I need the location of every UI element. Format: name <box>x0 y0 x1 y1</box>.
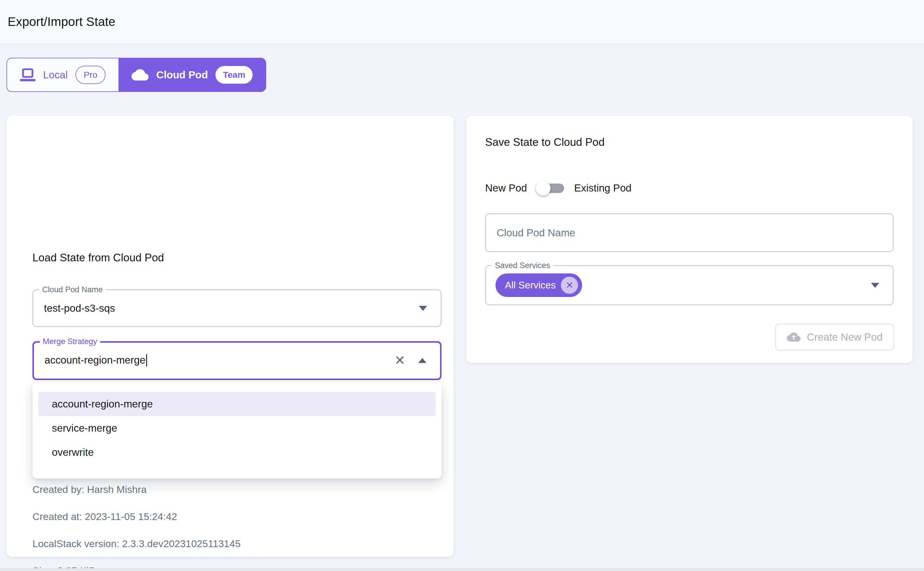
saved-services-select[interactable]: Saved Services All Services ✕ <box>485 265 894 305</box>
create-new-pod-label: Create New Pod <box>807 331 883 343</box>
chevron-down-icon[interactable] <box>419 306 427 311</box>
page-header: Export/Import State <box>0 0 924 44</box>
meta-created-by: Created by: Harsh Mishra <box>32 484 147 495</box>
chevron-up-icon[interactable] <box>418 358 426 363</box>
save-pod-name-placeholder: Cloud Pod Name <box>497 227 575 239</box>
cloud-pod-name-value: test-pod-s3-sqs <box>44 302 115 314</box>
pro-badge: Pro <box>76 66 106 84</box>
load-card-title: Load State from Cloud Pod <box>32 252 164 264</box>
all-services-chip: All Services ✕ <box>496 273 582 297</box>
cloud-pod-name-label: Cloud Pod Name <box>39 285 106 294</box>
save-card-title: Save State to Cloud Pod <box>485 136 604 148</box>
load-state-card: Load State from Cloud Pod Cloud Pod Name… <box>6 116 454 557</box>
pod-mode-tabs: Local Pro Cloud Pod Team <box>6 58 266 92</box>
cloud-upload-icon <box>787 332 800 342</box>
cloud-pod-name-select[interactable]: Cloud Pod Name test-pod-s3-sqs <box>32 289 442 327</box>
page-title: Export/Import State <box>8 15 116 29</box>
saved-services-label: Saved Services <box>492 261 553 270</box>
meta-created-at: Created at: 2023-11-05 15:24:42 <box>32 511 177 522</box>
laptop-icon <box>20 68 36 81</box>
merge-strategy-value: account-region-merge <box>45 354 147 367</box>
tab-cloud-pod[interactable]: Cloud Pod Team <box>119 58 266 91</box>
new-pod-label: New Pod <box>485 182 527 194</box>
pod-type-switch[interactable] <box>536 181 565 195</box>
meta-version: LocalStack version: 2.3.3.dev20231025113… <box>32 538 241 549</box>
tab-local-label: Local <box>43 69 68 81</box>
merge-option[interactable]: service-merge <box>38 416 436 440</box>
chevron-down-icon[interactable] <box>871 283 879 288</box>
export-import-state-page: Export/Import State Local Pro Cloud Pod … <box>0 0 924 571</box>
merge-strategy-input[interactable]: Merge Strategy account-region-merge ✕ <box>32 341 442 380</box>
horizontal-scrollbar-track[interactable] <box>0 568 924 571</box>
clear-icon[interactable]: ✕ <box>394 354 405 367</box>
switch-thumb <box>536 181 550 196</box>
tab-local[interactable]: Local Pro <box>7 58 119 91</box>
team-badge: Team <box>215 66 253 84</box>
merge-option[interactable]: account-region-merge <box>38 392 436 416</box>
cloud-icon <box>131 69 148 81</box>
chip-remove-icon[interactable]: ✕ <box>561 277 578 294</box>
save-pod-name-input[interactable]: Cloud Pod Name <box>485 213 894 252</box>
text-cursor <box>146 354 147 367</box>
create-new-pod-button[interactable]: Create New Pod <box>775 324 894 350</box>
merge-strategy-label: Merge Strategy <box>40 337 100 346</box>
all-services-chip-label: All Services <box>505 279 556 291</box>
tab-cloud-pod-label: Cloud Pod <box>156 69 208 81</box>
merge-option[interactable]: overwrite <box>38 440 436 465</box>
pod-type-toggle-row: New Pod Existing Pod <box>485 181 632 195</box>
save-state-card: Save State to Cloud Pod New Pod Existing… <box>466 116 913 363</box>
merge-strategy-dropdown: account-region-merge service-merge overw… <box>32 383 442 478</box>
existing-pod-label: Existing Pod <box>574 182 632 194</box>
